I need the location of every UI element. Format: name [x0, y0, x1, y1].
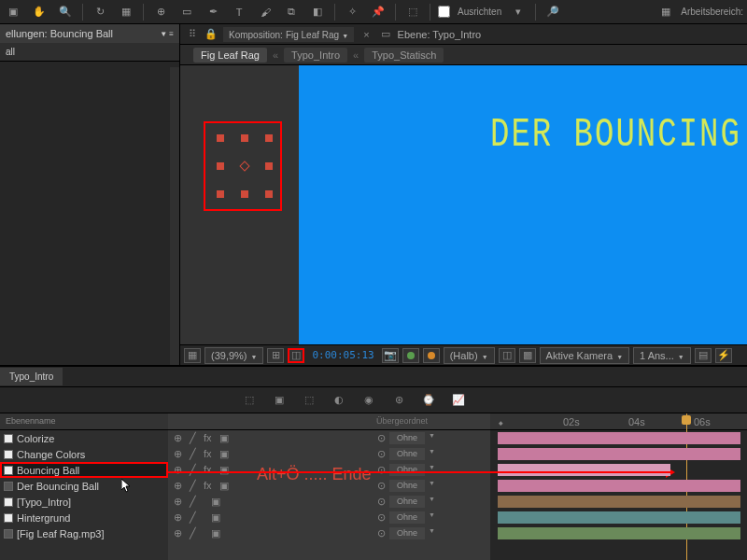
resolution-dropdown[interactable]: (Halb) — [444, 347, 495, 364]
camera-tool-icon[interactable]: ▦ — [117, 3, 135, 21]
camera-dropdown[interactable]: Aktive Kamera — [540, 347, 629, 364]
autokey-icon[interactable]: ⌚ — [418, 390, 439, 411]
snap-checkbox[interactable] — [438, 6, 450, 18]
layer-bar[interactable] — [498, 496, 740, 508]
layer-bar[interactable] — [498, 527, 740, 539]
layer-bar-selected[interactable] — [498, 464, 670, 476]
comp-viewport[interactable]: DER BOUNCING BALL — [180, 65, 747, 344]
brush-tool-icon[interactable]: 🖌 — [256, 3, 275, 21]
parent-column-header: Übergeordnet — [374, 413, 490, 429]
text-tool-icon[interactable]: T — [230, 3, 248, 21]
layer-row[interactable]: Colorize — [0, 430, 168, 446]
layer-row[interactable]: Change Colors — [0, 446, 168, 462]
crumb-2[interactable]: Typo_Statisch — [364, 48, 444, 63]
panel-scrollbar[interactable] — [170, 67, 179, 365]
layer-column-header[interactable]: Ebenenname — [0, 413, 168, 430]
panel-header[interactable]: ellungen: Bouncing Ball ▼ ≡ — [0, 24, 179, 43]
close-tab-icon[interactable]: × — [359, 29, 373, 40]
viewport-footbar: ▦ (39,9%) ⊞ ◫ 0:00:05:13 📷 (Halb) ◫ ▩ Ak… — [180, 344, 747, 365]
hand-tool-icon[interactable]: ✋ — [30, 3, 49, 21]
color-mgmt-icon[interactable] — [423, 348, 440, 363]
comp-tabbar: ⠿ 🔒 Komposition: Fig Leaf Rag ▼ × ▭ Eben… — [180, 24, 747, 45]
crumb-1[interactable]: Typo_Intro — [284, 48, 347, 63]
layer-row[interactable]: Bouncing Ball — [0, 462, 168, 478]
pixel-aspect-icon[interactable]: ▤ — [695, 348, 712, 363]
comp-canvas: DER BOUNCING BALL — [299, 65, 747, 344]
pen-tool-icon[interactable]: ✒ — [204, 3, 222, 21]
timeline-toolbar: ⬚ ▣ ⬚ ◐ ◉ ⊛ ⌚ 📈 — [0, 387, 747, 413]
switch-row[interactable]: ⊕╱fx▣⊙Ohne▼ — [168, 430, 490, 446]
anchor-tool-icon[interactable]: ⊕ — [151, 3, 170, 21]
layer-row[interactable]: Hintergrund — [0, 510, 168, 525]
snapshot-icon[interactable]: 📷 — [382, 348, 399, 363]
panel-subtitle: all — [0, 43, 179, 62]
effects-panel: ellungen: Bouncing Ball ▼ ≡ all — [0, 24, 180, 365]
lock-icon[interactable]: 🔒 — [204, 28, 218, 41]
layer-panel-icon[interactable]: ▭ — [379, 28, 392, 41]
shy-icon[interactable]: ⬚ — [299, 390, 319, 411]
mask-toggle-icon[interactable]: ◫ — [288, 348, 304, 363]
roi-icon[interactable]: ◫ — [499, 348, 515, 363]
rotate-tool-icon[interactable]: ↻ — [91, 3, 109, 21]
switch-row[interactable]: ⊕╱fx▣⊙Ohne▼ — [168, 446, 490, 462]
layer-row[interactable]: Der Bouncing Ball — [0, 478, 168, 494]
workspace-label: Arbeitsbereich: — [681, 7, 743, 17]
layer-selection-box[interactable] — [204, 121, 282, 211]
layer-switches-column: Übergeordnet ⊕╱fx▣⊙Ohne▼⊕╱fx▣⊙Ohne▼⊕╱fx▣… — [168, 413, 490, 560]
comp-flowchart-icon[interactable]: ▦ — [184, 348, 201, 363]
tab-dropdown-icon[interactable]: ▼ — [342, 33, 348, 39]
zoom-tool-icon[interactable]: 🔍 — [56, 3, 75, 21]
safe-zones-icon[interactable]: ⊞ — [267, 348, 284, 363]
timeline-panel: Typo_Intro ⬚ ▣ ⬚ ◐ ◉ ⊛ ⌚ 📈 Ebenenname Co… — [0, 365, 747, 560]
graph-editor-icon[interactable]: 📈 — [448, 390, 469, 411]
comp-breadcrumb: Fig Leaf Rag « Typo_Intro « Typo_Statisc… — [180, 45, 747, 65]
zoom-dropdown[interactable]: (39,9%) — [204, 347, 263, 364]
switch-row[interactable]: ⊕╱▣⊙Ohne▼ — [168, 510, 490, 525]
motion-blur-icon[interactable]: ◉ — [359, 390, 379, 411]
timeline-tab[interactable]: Typo_Intro — [0, 368, 63, 385]
tab-composition[interactable]: Komposition: Fig Leaf Rag ▼ — [223, 27, 354, 42]
title-text-layer: DER BOUNCING BALL — [490, 111, 747, 157]
align-label: Ausrichten — [458, 7, 501, 17]
layer-bar[interactable] — [498, 432, 740, 444]
layer-row[interactable]: [Typo_Intro] — [0, 494, 168, 510]
current-time[interactable]: 0:00:05:13 — [308, 347, 377, 363]
annotation-text: Alt+Ö ..... Ende — [257, 465, 372, 484]
top-toolbar: ▣ ✋ 🔍 ↻ ▦ ⊕ ▭ ✒ T 🖌 ⧉ ◧ ✧ 📌 ⬚ Ausrichten… — [0, 0, 747, 24]
selection-tool-icon[interactable]: ▣ — [4, 3, 22, 21]
views-dropdown[interactable]: 1 Ans... — [633, 347, 691, 364]
panel-grip-icon[interactable]: ⠿ — [186, 28, 199, 41]
timeline-track-area[interactable]: ⬥ 02s 04s 06s — [490, 413, 747, 560]
composition-panel: ⠿ 🔒 Komposition: Fig Leaf Rag ▼ × ▭ Eben… — [180, 24, 747, 365]
clone-tool-icon[interactable]: ⧉ — [282, 3, 301, 21]
layout-icon[interactable]: ▦ — [656, 3, 675, 21]
tab-layer[interactable]: Ebene: Typo_Intro — [398, 29, 482, 40]
layer-name-column: Ebenenname ColorizeChange ColorsBouncing… — [0, 413, 168, 560]
eraser-tool-icon[interactable]: ◧ — [308, 3, 327, 21]
brainstorm-icon[interactable]: ⊛ — [388, 390, 409, 411]
local-axis-icon[interactable]: ⬚ — [403, 3, 422, 21]
switch-row[interactable]: ⊕╱▣⊙Ohne▼ — [168, 525, 490, 541]
panel-title: ellungen: Bouncing Ball — [6, 28, 113, 39]
switch-row[interactable]: ⊕╱▣⊙Ohne▼ — [168, 494, 490, 510]
panel-menu-icon[interactable]: ▼ ≡ — [160, 30, 174, 38]
frame-blend-icon[interactable]: ◐ — [329, 390, 349, 411]
channels-icon[interactable] — [402, 348, 419, 363]
transparency-grid-icon[interactable]: ▩ — [519, 348, 536, 363]
layer-row[interactable]: [Fig Leaf Rag.mp3] — [0, 525, 168, 541]
layer-bar[interactable] — [498, 511, 740, 524]
roto-tool-icon[interactable]: ✧ — [343, 3, 361, 21]
layer-bar[interactable] — [498, 480, 740, 492]
mouse-cursor — [121, 479, 133, 494]
layer-bar[interactable] — [498, 448, 740, 460]
snap-settings-icon[interactable]: ▾ — [509, 3, 528, 21]
comp-mini-flowchart-icon[interactable]: ⬚ — [239, 390, 260, 411]
crumb-0[interactable]: Fig Leaf Rag — [193, 48, 267, 63]
time-ruler[interactable]: ⬥ 02s 04s 06s — [490, 413, 747, 430]
puppet-tool-icon[interactable]: 📌 — [369, 3, 388, 21]
search-icon[interactable]: 🔎 — [543, 3, 562, 21]
fast-preview-icon[interactable]: ⚡ — [715, 348, 732, 363]
draft3d-icon[interactable]: ▣ — [269, 390, 289, 411]
shape-tool-icon[interactable]: ▭ — [177, 3, 196, 21]
